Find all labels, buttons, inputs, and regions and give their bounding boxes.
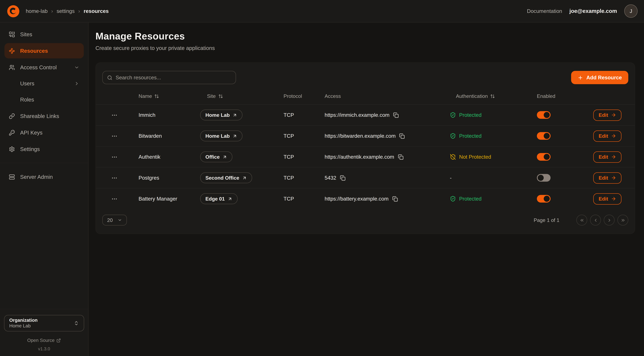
page-size-select[interactable]: 20 — [102, 215, 127, 226]
pagination-bar: 20 Page 1 of 1 — [96, 209, 635, 226]
sidebar-item-users[interactable]: Users — [4, 76, 84, 91]
copy-icon[interactable] — [392, 196, 398, 202]
topbar: home-lab › settings › resources Document… — [0, 0, 644, 22]
enabled-toggle[interactable] — [537, 111, 550, 119]
sidebar-item-resources[interactable]: Resources — [4, 43, 84, 58]
site-link-badge[interactable]: Office — [200, 152, 232, 162]
site-link-badge[interactable]: Second Office — [200, 172, 252, 183]
sidebar-item-label: Shareable Links — [20, 113, 59, 119]
edit-button[interactable]: Edit — [594, 193, 622, 204]
organization-selector[interactable]: Organization Home Lab — [4, 315, 84, 332]
chevrons-up-down-icon — [74, 320, 79, 326]
enabled-toggle[interactable] — [537, 153, 550, 161]
sidebar-item-api-keys[interactable]: API Keys — [4, 125, 84, 140]
site-link-badge[interactable]: Home Lab — [200, 110, 242, 120]
version-label: v1.3.0 — [4, 346, 84, 351]
breadcrumb-separator: › — [51, 8, 53, 14]
add-resource-button[interactable]: Add Resource — [571, 71, 628, 84]
user-email[interactable]: joe@example.com — [569, 8, 617, 14]
sidebar-item-label: Access Control — [20, 64, 57, 70]
shield-check-icon — [450, 196, 456, 202]
copy-icon[interactable] — [340, 175, 346, 181]
row-name: Postgres — [126, 175, 195, 181]
row-name: Immich — [126, 112, 195, 118]
avatar[interactable]: J — [624, 4, 638, 18]
chevrons-right-icon — [620, 218, 625, 222]
previous-page-button[interactable] — [590, 215, 601, 226]
site-link-badge[interactable]: Edge 01 — [200, 193, 238, 204]
row-name: Battery Manager — [126, 196, 195, 202]
toggle-knob — [544, 154, 550, 160]
row-access: https://immich.example.com — [324, 112, 390, 118]
arrow-right-icon — [611, 175, 616, 180]
site-badge-label: Home Lab — [206, 112, 230, 118]
edit-button[interactable]: Edit — [594, 172, 622, 184]
shield-check-icon — [450, 133, 456, 139]
site-link-badge[interactable]: Home Lab — [200, 130, 242, 141]
auth-status: Protected — [438, 112, 529, 118]
sidebar-item-access-control[interactable]: Access Control — [4, 60, 84, 75]
row-access: https://battery.example.com — [324, 196, 388, 202]
last-page-button[interactable] — [618, 215, 628, 226]
arrow-up-right-icon — [222, 154, 227, 159]
documentation-link[interactable]: Documentation — [527, 8, 562, 14]
row-menu-button[interactable] — [102, 175, 126, 181]
column-label: Site — [207, 94, 216, 99]
sidebar-item-shareable-links[interactable]: Shareable Links — [4, 108, 84, 124]
sort-icon — [218, 94, 223, 99]
sidebar-footer: Organization Home Lab Open Source v1.3.0 — [0, 309, 88, 351]
row-protocol: TCP — [268, 112, 309, 118]
search-input-wrap — [102, 71, 236, 84]
sidebar-item-sites[interactable]: Sites — [4, 26, 84, 42]
enabled-toggle[interactable] — [537, 132, 550, 140]
sidebar-item-server-admin[interactable]: Server Admin — [4, 169, 84, 184]
next-page-button[interactable] — [604, 215, 614, 226]
toggle-knob — [538, 175, 544, 181]
table-body: Immich Home Lab TCP https://immich.examp… — [96, 104, 635, 209]
arrow-up-right-icon — [228, 196, 232, 201]
first-page-button[interactable] — [576, 215, 587, 226]
breadcrumb-org[interactable]: home-lab — [26, 8, 48, 14]
enabled-toggle[interactable] — [537, 174, 550, 182]
enabled-toggle[interactable] — [537, 195, 550, 202]
sort-icon — [490, 94, 495, 99]
row-protocol: TCP — [268, 196, 309, 202]
edit-button[interactable]: Edit — [594, 151, 622, 162]
site-badge-label: Home Lab — [206, 133, 230, 139]
column-header-site[interactable]: Site — [195, 94, 268, 99]
ellipsis-icon — [111, 154, 118, 160]
row-menu-button[interactable] — [102, 112, 126, 118]
row-name: Authentik — [126, 154, 195, 160]
edit-button[interactable]: Edit — [594, 130, 622, 142]
row-menu-button[interactable] — [102, 133, 126, 139]
auth-status: Protected — [438, 133, 529, 139]
copy-icon[interactable] — [399, 133, 405, 139]
sidebar-item-settings[interactable]: Settings — [4, 141, 84, 157]
search-input[interactable] — [116, 74, 231, 80]
column-header-enabled: Enabled — [529, 94, 583, 99]
site-badge-label: Office — [206, 154, 220, 160]
sidebar-item-roles[interactable]: Roles — [4, 92, 84, 107]
row-protocol: TCP — [268, 154, 309, 160]
row-protocol: TCP — [268, 133, 309, 139]
row-menu-button[interactable] — [102, 196, 126, 202]
pangolin-logo-icon[interactable] — [6, 4, 20, 18]
arrow-up-right-icon — [242, 176, 247, 180]
column-header-name[interactable]: Name — [126, 94, 195, 99]
sidebar-item-label: Resources — [20, 48, 48, 54]
column-header-authentication[interactable]: Authentication — [438, 94, 529, 99]
edit-label: Edit — [598, 154, 608, 160]
main-content: Manage Resources Create secure proxies t… — [88, 22, 644, 356]
copy-icon[interactable] — [398, 154, 404, 160]
copy-icon[interactable] — [393, 112, 399, 118]
organization-label: Organization — [9, 318, 74, 323]
toggle-knob — [544, 133, 550, 139]
open-source-link[interactable]: Open Source — [4, 338, 84, 343]
users-icon — [9, 64, 15, 70]
ellipsis-icon — [111, 196, 118, 202]
breadcrumb-settings[interactable]: settings — [57, 8, 75, 14]
table-header: Name Site Protocol Access Authenticati — [96, 88, 635, 104]
edit-button[interactable]: Edit — [594, 110, 622, 121]
row-menu-button[interactable] — [102, 154, 126, 160]
open-source-label: Open Source — [27, 338, 54, 343]
